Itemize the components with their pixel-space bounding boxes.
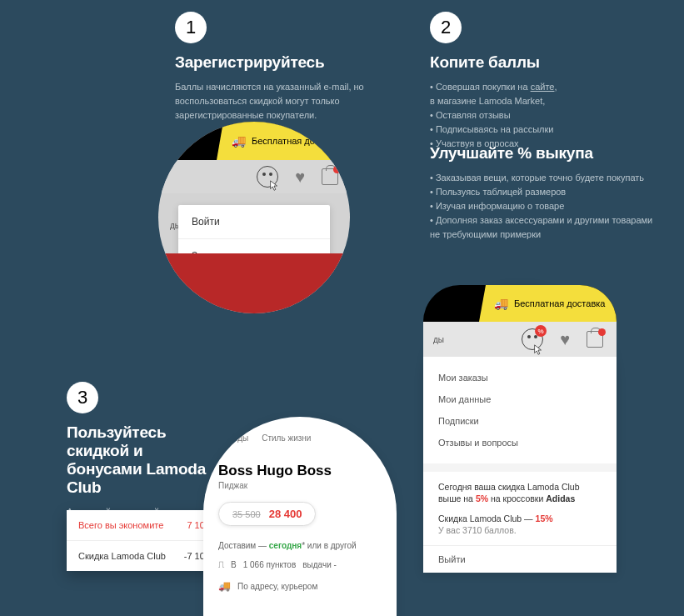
club-info-block: Сегодня ваша скидка Lamoda Club выше на … [423,463,617,545]
heart-icon[interactable]: ♥ [295,168,305,187]
my-data-link[interactable]: Мои данные [438,388,602,410]
step-1-title: Зарегистрируйтесь [175,53,367,72]
subscriptions-link[interactable]: Подписки [438,410,602,432]
step-1-text: Баллы начисляются на указанный e-mail, н… [175,80,367,123]
product-title: Boss Hugo Boss [203,451,397,481]
login-link[interactable]: Войти [178,205,330,239]
bullet-item: Заказывая вещи, которые точно будете пок… [430,171,663,185]
delivery-info: Доставим — сегодня* или в другой [203,538,397,553]
cart-badge [333,166,341,173]
bullet-item-cont: не требующими примерки [430,228,663,242]
logout-link[interactable]: Выйти [423,545,617,573]
profile-icon[interactable] [257,166,278,188]
bullet-item: Подписываясь на рассылки [430,123,663,137]
step-2-image: 🚚 Бесплатная доставка ды % ♥ Мои заказы … [423,285,617,568]
step-1-image: 🚚 Бесплатная доставка ды ♥ Войти Зарегис… [158,122,350,313]
product-background [158,253,350,313]
reviews-link[interactable]: Отзывы и вопросы [438,432,602,453]
step-1-badge: 1 [175,12,207,43]
old-price: 35 500 [232,509,261,519]
step-2-bullets: Совершая покупки на сайте, [430,80,663,94]
step-2-badge: 2 [430,12,462,43]
truck-icon: 🚚 [218,580,231,592]
tab-fragment: ды [433,335,444,344]
banner-text: Бесплатная доставка [514,298,605,308]
step-2b-title: Улучшайте % выкупа [430,144,663,163]
cart-icon[interactable] [587,331,603,348]
courier-info: 🚚По адресу, курьером [203,575,397,597]
club-line2: выше на 5% на кроссовки Adidas [438,493,602,503]
step-3-image: Бренды Стиль жизни Boss Hugo Boss Пиджак… [203,417,397,616]
my-orders-link[interactable]: Мои заказы [438,367,602,388]
bullet-item: Оставляя отзывы [430,108,663,123]
cursor-icon [268,180,280,192]
step-3-badge: 3 [67,382,98,413]
free-delivery-banner: 🚚 Бесплатная доставка [217,122,350,160]
club-line3: Скидка Lamoda Club — 15% [438,513,602,523]
cart-badge [598,328,606,336]
discount-badge: % [535,325,547,337]
free-delivery-banner: 🚚 Бесплатная доставка [479,285,617,322]
price-pill: 35 500 28 400 [218,502,316,526]
club-points: У вас 3710 баллов. [438,525,602,535]
step-3-title: Пользуйтесь скидкой и бонусами Lamoda Cl… [67,423,217,497]
site-link[interactable]: сайте [531,82,555,92]
bullet-item: Дополняя заказ аксессуарами и другими то… [430,213,663,228]
account-menu: Мои заказы Мои данные Подписки Отзывы и … [423,357,617,463]
cart-icon[interactable] [322,168,338,185]
bullet-item: Совершая покупки на сайте, [430,80,663,94]
step-2-title: Копите баллы [430,53,663,72]
heart-icon[interactable]: ♥ [560,330,570,349]
club-line1: Сегодня ваша скидка Lamoda Club [438,482,602,492]
nav-tabs: Бренды Стиль жизни [203,417,397,451]
savings-total-label: Всего вы экономите [78,520,163,530]
truck-icon: 🚚 [494,297,508,310]
tab-brands[interactable]: Бренды [218,433,248,443]
step-2b-section: Улучшайте % выкупа Заказывая вещи, котор… [430,144,663,242]
bullet-item: Изучая информацию о товаре [430,199,663,213]
truck-icon: 🚚 [232,134,246,148]
bullet-item: Пользуясь таблицей размеров [430,185,663,199]
step-2-section: 2 Копите баллы Совершая покупки на сайте… [430,12,663,151]
profile-icon[interactable]: % [522,328,543,350]
step-2b-bullets: Заказывая вещи, которые точно будете пок… [430,171,663,228]
hanger-icon: ⎍ [218,558,224,570]
step-1-section: 1 Зарегистрируйтесь Баллы начисляются на… [175,12,367,123]
bullet-item-cont: в магазине Lamoda Market, [430,94,663,108]
cursor-icon [532,344,544,356]
product-subtitle: Пиджак [203,481,397,490]
banner-text: Бесплатная доставка [252,136,342,146]
tab-lifestyle[interactable]: Стиль жизни [262,433,311,443]
pickup-info: ⎍В 1 066 пунктов выдачи - [203,553,397,575]
new-price: 28 400 [269,508,302,520]
savings-club-label: Скидка Lamoda Club [78,551,166,561]
